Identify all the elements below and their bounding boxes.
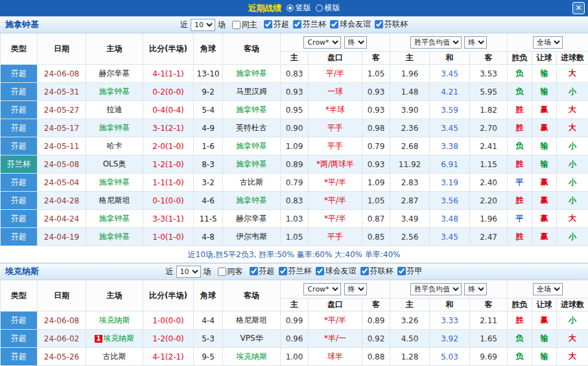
checkbox[interactable] [293, 20, 301, 29]
corner-cell: 3-2 [194, 174, 223, 192]
league-cell: 芬兰杯 [1, 155, 38, 174]
close-button[interactable]: ✕ [572, 2, 585, 14]
win-lose-result: 胜 [508, 192, 532, 210]
col-type: 类型 [1, 280, 38, 312]
match-row: 芬超24-05-04施拿钟基1-1(1-0)3-2古比斯0.79*平/半1.09… [1, 174, 588, 192]
euro-draw-odds: 3.48 [430, 210, 470, 228]
score-cell: 1-0(1-0) [143, 228, 194, 246]
win-lose-result: 负 [508, 330, 532, 348]
near-label: 近 [166, 266, 174, 277]
league-filter[interactable]: 芬兰杯 [293, 19, 326, 30]
match-row: 芬超24-06-08埃克纳斯1-0(0-0)4-4格尼斯坦0.99*平/半0.8… [1, 312, 588, 330]
goals-result: 小 [557, 137, 588, 155]
league-filter[interactable]: 球会友谊 [316, 266, 357, 277]
vertical-layout-radio[interactable]: 竖版 [287, 3, 311, 14]
checkbox[interactable] [218, 268, 226, 276]
corner-cell: 4-6 [194, 192, 223, 210]
europe-time-select[interactable]: 终 [464, 36, 487, 49]
handicap-cell: 平手 [309, 119, 362, 137]
match-row: 芬超24-05-31施拿钟基0-2(0-0)9-2马里汉姆0.93一球0.931… [1, 83, 588, 101]
corner-cell: 1-6 [194, 137, 223, 155]
europe-odds-select[interactable]: 胜平负均值 [410, 283, 462, 295]
col-away: 客场 [223, 34, 281, 65]
match-row: 芬超24-05-27拉迪0-4(0-4)5-4施拿钟基0.95*半球0.933.… [1, 101, 588, 119]
asian-home-odds: 0.83 [281, 192, 309, 210]
away-team-cell: 格尼斯坦 [223, 312, 281, 330]
away-team-cell: 马里汉姆 [223, 83, 281, 101]
checkbox[interactable] [264, 20, 272, 29]
league-filter[interactable]: 芬兰杯 [279, 266, 312, 277]
score-cell: 4-1(1-1) [143, 65, 194, 83]
match-count-select[interactable]: 10 [176, 266, 201, 278]
euro-away-odds: 9.69 [470, 348, 508, 366]
match-row: 芬兰杯24-05-08OLS奥1-2(1-0)8-3施拿钟基0.89*两/两球半… [1, 155, 588, 174]
date-cell: 24-05-08 [38, 155, 86, 174]
league-cell: 芬超 [1, 348, 38, 366]
win-lose-result: 胜 [508, 101, 532, 119]
win-lose-result: 胜 [508, 312, 532, 330]
checkbox[interactable] [375, 20, 383, 29]
asian-away-odds: 0.93 [362, 101, 390, 119]
radio-selected-icon[interactable] [287, 5, 294, 12]
asian-home-odds: 1.00 [281, 348, 309, 366]
home-team-cell: 1埃克纳斯 [86, 330, 143, 348]
title-group: 近期战绩 竖版 横版 [248, 3, 340, 14]
handicap-result: 输 [532, 155, 557, 174]
league-filters: 芬超芬兰杯球会友谊芬联杯 [260, 19, 408, 30]
same-venue-checkbox[interactable]: 同客 [218, 266, 243, 277]
asian-home-odds: 1.03 [281, 210, 309, 228]
section-header: 施拿钟基 近 10 场 同主 芬超芬兰杯球会友谊芬联杯 [0, 16, 588, 33]
league-filter[interactable]: 芬超 [264, 19, 289, 30]
handicap-cell: 平手 [309, 228, 362, 246]
corner-cell: 9-2 [194, 83, 223, 101]
checkbox[interactable] [397, 267, 406, 275]
euro-away-odds: 1.96 [470, 210, 508, 228]
euro-home-odds: 3.90 [390, 101, 430, 119]
europe-odds-header: 胜平负均值 终 [390, 34, 508, 52]
league-filter[interactable]: 芬联杯 [375, 19, 408, 30]
league-cell: 芬超 [1, 83, 38, 101]
league-filter[interactable]: 芬甲 [397, 266, 423, 277]
same-venue-checkbox[interactable]: 同主 [232, 19, 257, 30]
odds-time-select[interactable]: 终 [344, 36, 367, 49]
league-filter[interactable]: 芬超 [250, 266, 275, 277]
checkbox[interactable] [330, 20, 338, 29]
asian-home-odds: 1.05 [281, 228, 309, 246]
win-lose-result: 负 [508, 83, 532, 101]
europe-odds-select[interactable]: 胜平负均值 [410, 36, 462, 49]
handicap-result: 输 [532, 65, 557, 83]
score-cell: 0-4(0-4) [143, 101, 194, 119]
corner-cell: 11-5 [194, 210, 223, 228]
section-header: 埃克纳斯 近 10 场 同客 芬超芬兰杯球会友谊芬联杯芬甲 [0, 263, 588, 280]
checkbox[interactable] [232, 21, 241, 29]
league-filter-label: 芬兰杯 [303, 19, 326, 30]
europe-time-select[interactable]: 终 [464, 283, 487, 295]
goals-result: 大 [557, 65, 588, 83]
odds-company-select[interactable]: Crow* [303, 283, 341, 295]
match-row: 芬超24-04-28格尼斯坦0-1(0-0)4-6施拿钟基0.83*平/半1.0… [1, 192, 588, 210]
match-count-select[interactable]: 10 [191, 19, 215, 31]
handicap-cell: *平/半 [309, 210, 362, 228]
match-row: 芬超24-06-021埃克纳斯1-2(0-0)5-3VPS华0.96*半/一0.… [1, 330, 588, 348]
handicap-result: 赢 [532, 101, 557, 119]
checkbox[interactable] [316, 267, 324, 275]
scope-header: 全场 [508, 280, 588, 299]
odds-time-select[interactable]: 终 [344, 283, 367, 295]
horizontal-layout-radio[interactable]: 横版 [316, 3, 340, 14]
scope-select[interactable]: 全场 [533, 36, 563, 49]
radio-unselected-icon[interactable] [316, 5, 323, 12]
col-away: 客场 [223, 280, 281, 312]
home-team-cell: 格尼斯坦 [86, 192, 143, 210]
euro-home-odds: 2.36 [390, 119, 430, 137]
checkbox[interactable] [250, 267, 258, 275]
odds-company-select[interactable]: Crow* [303, 36, 341, 49]
checkbox[interactable] [279, 267, 287, 275]
handicap-cell: 平/半 [309, 65, 362, 83]
league-filter[interactable]: 球会友谊 [330, 19, 371, 30]
league-filter[interactable]: 芬联杯 [360, 266, 394, 277]
checkbox[interactable] [360, 267, 369, 275]
scope-select[interactable]: 全场 [533, 283, 563, 295]
euro-away-odds: 2.11 [470, 312, 508, 330]
col-win-lose: 胜负 [508, 299, 532, 312]
corner-cell: 4-9 [194, 119, 223, 137]
